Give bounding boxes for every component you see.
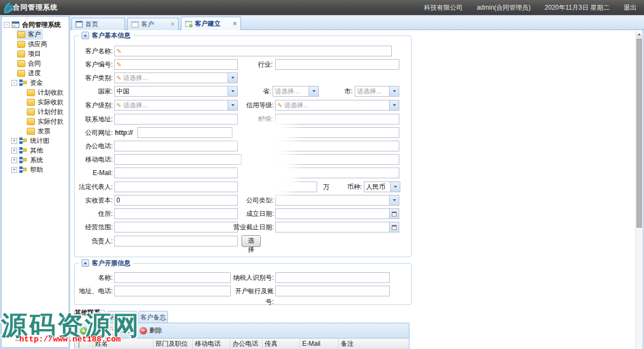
bank-account-input[interactable] (275, 286, 390, 296)
collapse-icon[interactable]: - (11, 80, 17, 86)
registered-capital-input[interactable] (275, 181, 317, 192)
founding-date-label: 成立日期: (235, 208, 274, 219)
company-type-combo[interactable] (275, 195, 399, 206)
contact-address-input[interactable] (114, 114, 238, 125)
manager-label: 负责人: (74, 236, 113, 246)
minimized-panel-icon[interactable] (16, 334, 24, 341)
dropdown-trigger[interactable] (389, 195, 399, 205)
expand-icon[interactable]: + (11, 148, 17, 154)
tab-customer-create[interactable]: 客户建立 × (181, 17, 241, 30)
logout-link[interactable]: 退出 (624, 3, 636, 12)
customer-name-input[interactable] (121, 47, 391, 55)
email-input[interactable] (114, 168, 238, 178)
credit-rating-combo[interactable]: ✎ 请选择... (275, 100, 399, 111)
date-picker-trigger[interactable] (389, 222, 399, 232)
sidebar-item-customer[interactable]: 客户 (2, 30, 69, 39)
delete-button[interactable]: − 删除 (140, 326, 162, 335)
scrollbar-thumb[interactable] (636, 39, 642, 228)
country-combo[interactable]: 中国 (114, 86, 238, 97)
customer-no-input[interactable] (121, 61, 237, 68)
collapse-icon[interactable]: - (4, 22, 10, 28)
business-deadline-field[interactable] (275, 222, 399, 232)
sidebar-item-system[interactable]: + 系统 (2, 155, 69, 165)
grid-column-fax[interactable]: 传真 (262, 339, 300, 349)
expand-icon[interactable]: + (11, 167, 17, 173)
sidebar-item-planned-payments[interactable]: 计划付款 (2, 107, 69, 117)
sidebar-item-actual-receipts[interactable]: 实际收款 (2, 97, 69, 107)
tab-customer[interactable]: 客户 × (127, 18, 179, 30)
tab-customer-attachments[interactable]: 客户附件 (107, 311, 137, 323)
sidebar-item-planned-receipts[interactable]: 计划收款 (2, 88, 69, 97)
add-button[interactable]: + 增加 (80, 326, 103, 335)
tab-customer-memo[interactable]: 客户备忘 (138, 311, 168, 323)
grid-column-office-phone[interactable]: 办公电话 (230, 339, 262, 349)
tab-home[interactable]: 首页 (71, 18, 125, 30)
collapse-toggle-icon[interactable] (82, 259, 89, 267)
legal-rep-input[interactable] (114, 181, 238, 192)
select-manager-button[interactable]: 选择 (241, 235, 261, 247)
sidebar-item-other[interactable]: + 其他 (2, 146, 69, 155)
scroll-up-button[interactable] (636, 31, 642, 38)
invoice-name-input[interactable] (114, 272, 231, 283)
topbar: 合同管理系统 科技有限公司 admin(合同管理员) 2020年11月3日 星期… (0, 0, 644, 15)
tab-other-contacts[interactable]: 其他联系人 (74, 310, 105, 323)
sidebar-item-progress[interactable]: 进度 (2, 68, 69, 78)
mobile-phone-input[interactable] (114, 154, 241, 165)
sidebar-item-help[interactable]: + 帮助 (2, 165, 69, 174)
sidebar-item-funds[interactable]: - 资金 (2, 78, 69, 88)
residence-input[interactable] (114, 208, 238, 219)
tax-id-input[interactable] (275, 272, 390, 283)
manager-input[interactable] (114, 236, 238, 246)
dropdown-trigger[interactable] (390, 182, 400, 192)
dropdown-trigger[interactable] (228, 86, 237, 96)
unlabeled-input-3[interactable] (275, 154, 399, 165)
customer-type-combo[interactable]: ✎ 请选择... (114, 72, 238, 83)
tab-label: 客户 (141, 20, 154, 29)
vertical-scrollbar[interactable] (635, 31, 642, 349)
grid-column-remark[interactable]: 备注 (339, 339, 402, 349)
province-combo[interactable]: 请选择... (273, 86, 319, 97)
website-input[interactable] (137, 127, 232, 138)
sidebar-item-project[interactable]: 项目 (2, 49, 69, 59)
customer-no-field[interactable]: ✎ (114, 59, 238, 70)
close-icon[interactable]: × (230, 21, 237, 26)
tab-label: 首页 (85, 20, 98, 29)
grid-column-dept[interactable]: 部门及职位 (153, 339, 193, 349)
grid-column-mobile[interactable]: 移动电话 (193, 339, 230, 349)
founding-date-field[interactable] (275, 208, 399, 219)
dropdown-trigger[interactable] (389, 100, 399, 110)
business-scope-input[interactable] (114, 222, 238, 232)
unlabeled-input-1[interactable] (275, 127, 399, 138)
dropdown-trigger[interactable] (309, 86, 318, 96)
sidebar-item-actual-payments[interactable]: 实际付款 (2, 117, 69, 126)
edit-button[interactable]: ✎ 修改 (110, 326, 132, 335)
customer-name-field[interactable]: ✎ (114, 46, 392, 56)
expand-icon[interactable]: + (11, 138, 17, 144)
invoice-addr-phone-input[interactable] (114, 286, 231, 296)
expand-icon[interactable]: + (11, 157, 17, 163)
legend-text: 客户开票信息 (92, 259, 130, 268)
grid-column-email[interactable]: E-Mail (300, 339, 339, 349)
sidebar-item-contract[interactable]: 合同 (2, 59, 69, 68)
currency-combo[interactable]: 人民币 (364, 181, 400, 192)
zipcode-input[interactable] (275, 114, 399, 125)
dropdown-trigger[interactable] (389, 86, 399, 96)
city-combo[interactable]: 请选择... (355, 86, 399, 97)
unlabeled-input-2[interactable] (275, 141, 399, 151)
unlabeled-input-4[interactable] (275, 168, 399, 178)
office-phone-input[interactable] (114, 141, 238, 151)
dropdown-trigger[interactable] (228, 73, 237, 83)
industry-input[interactable] (275, 59, 399, 70)
grid-select-all-cell[interactable] (75, 339, 93, 349)
customer-level-combo[interactable]: ✎ 请选择... (114, 100, 238, 111)
grid-column-name[interactable]: 姓名 (93, 339, 153, 349)
collapse-toggle-icon[interactable] (82, 32, 89, 39)
calendar-icon (392, 225, 397, 230)
close-icon[interactable]: × (167, 21, 174, 27)
date-picker-trigger[interactable] (389, 209, 399, 219)
sidebar-item-supplier[interactable]: 供应商 (2, 39, 69, 49)
paid-capital-input[interactable] (114, 195, 238, 206)
sidebar-item-charts[interactable]: + 统计图 (2, 136, 69, 146)
tree-root[interactable]: - 合同管理系统 (2, 20, 69, 30)
sidebar-item-invoice[interactable]: 发票 (2, 126, 69, 136)
